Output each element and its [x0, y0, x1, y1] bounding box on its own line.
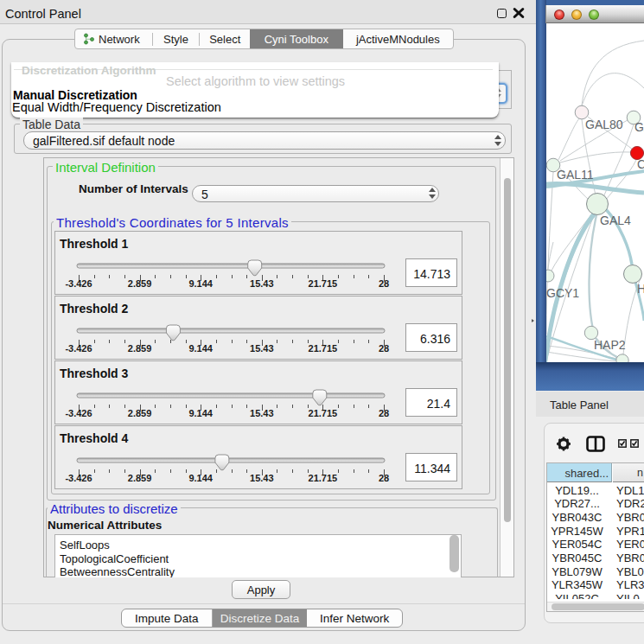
svg-text:GAL11: GAL11 — [557, 168, 594, 182]
svg-text:28: 28 — [379, 408, 389, 418]
svg-text:9.144: 9.144 — [188, 343, 213, 354]
svg-text:-3.426: -3.426 — [65, 278, 92, 289]
svg-text:GCY1: GCY1 — [546, 286, 579, 300]
svg-text:-3.426: -3.426 — [65, 473, 92, 483]
svg-text:GAL4: GAL4 — [600, 214, 631, 227]
svg-text:21.715: 21.715 — [309, 278, 338, 289]
svg-text:15.43: 15.43 — [250, 473, 274, 483]
svg-text:15.43: 15.43 — [250, 343, 274, 354]
svg-text:HAP2: HAP2 — [594, 338, 626, 352]
svg-text:C.: C. — [637, 157, 644, 171]
svg-text:2.859: 2.859 — [128, 278, 152, 289]
svg-text:-3.426: -3.426 — [65, 343, 92, 354]
svg-text:GAL80: GAL80 — [585, 118, 623, 131]
svg-text:9.144: 9.144 — [188, 278, 213, 289]
svg-text:GA: GA — [634, 120, 644, 134]
svg-text:9.144: 9.144 — [188, 408, 213, 418]
svg-text:2.859: 2.859 — [128, 343, 152, 354]
svg-text:H: H — [637, 282, 644, 296]
svg-text:2.859: 2.859 — [128, 473, 152, 483]
svg-text:21.715: 21.715 — [309, 473, 338, 483]
svg-text:-3.426: -3.426 — [65, 408, 92, 418]
svg-text:28: 28 — [379, 473, 389, 483]
svg-text:2.859: 2.859 — [128, 408, 152, 418]
svg-text:28: 28 — [379, 343, 389, 354]
svg-text:15.43: 15.43 — [250, 278, 274, 289]
svg-text:9.144: 9.144 — [188, 473, 213, 483]
svg-text:21.715: 21.715 — [309, 408, 338, 418]
svg-text:21.715: 21.715 — [309, 343, 338, 354]
svg-text:28: 28 — [379, 278, 389, 289]
svg-text:15.43: 15.43 — [250, 408, 274, 418]
